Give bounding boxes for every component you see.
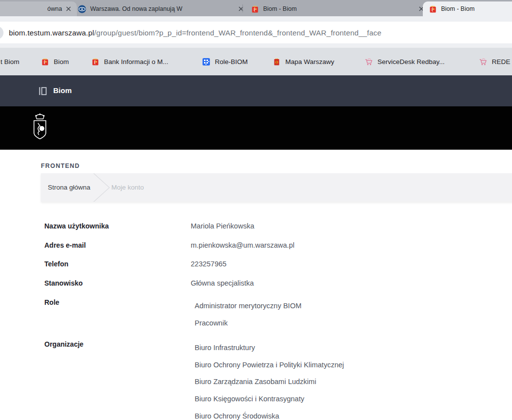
sidebar-toggle-icon[interactable] (39, 87, 47, 96)
warsaw-crest-icon (41, 58, 49, 66)
pink-cart-icon (365, 58, 373, 66)
red-map-crest-icon (273, 58, 281, 66)
tab-strip: ówna Warszawa. Od nowa zaplanują W Biom … (0, 0, 512, 16)
bookmark-label: t Biom (0, 58, 19, 65)
pink-cart-icon (479, 58, 487, 66)
url-domain: biom.testum.warszawa.pl (9, 29, 94, 37)
my-account-button[interactable]: MOJE KONTO (482, 227, 512, 246)
warsaw-logo-icon[interactable] (29, 112, 51, 144)
bookmarks-bar: t Biom Biom Bank Informacji o M... Role-… (0, 48, 512, 75)
blue-grid-icon (202, 58, 210, 66)
nav-item-polecane-www[interactable]: polecane www (288, 232, 337, 240)
field-label-roles: Role (44, 298, 59, 306)
address-bar[interactable]: biom.testum.warszawa.pl/group/guest/biom… (0, 22, 512, 43)
city-logo-label: Warszawa (52, 231, 88, 240)
organization-item: Biuro Infrastruktury (195, 344, 255, 352)
bookmark-label: ServiceDesk Redbay... (377, 58, 444, 65)
bookmark-label: Bank Informacji o M... (104, 58, 169, 65)
biom-logo: BIOM (95, 228, 132, 244)
breadcrumb-my-account: Moje konto (111, 184, 144, 191)
bookmark-label: REDE (492, 58, 511, 65)
organization-item: Biuro Księgowości i Kontrasygnaty (195, 395, 304, 403)
tvn-favicon-icon (78, 5, 86, 13)
biom-sub-line1: BANK INFORMACJI (130, 230, 175, 235)
tab-biom-inactive[interactable]: Biom - Biom (245, 1, 430, 16)
close-icon[interactable] (66, 6, 71, 11)
organization-item: Biuro Zarządzania Zasobami Ludzkimi (195, 378, 316, 386)
breadcrumb-home[interactable]: Strona główna (48, 184, 90, 191)
tab-strona-glowna[interactable]: ówna (0, 1, 77, 16)
person-icon (489, 231, 499, 242)
bookmark-role-biom[interactable]: Role-BIOM (202, 48, 248, 75)
chevron-right-icon (93, 173, 112, 202)
field-value-phone: 223257965 (191, 260, 227, 268)
field-value-email: m.pienkowska@um.warszawa.pl (191, 241, 295, 249)
field-label-email: Adres e-mail (44, 241, 86, 249)
my-account-button-label: MOJE KONTO (503, 233, 512, 240)
bookmark-label: Biom (54, 58, 69, 65)
admin-bar: Biom (0, 75, 512, 106)
bookmark-rede[interactable]: REDE (479, 48, 511, 75)
breadcrumb: Strona główna Moje konto (41, 173, 512, 202)
url-path: /group/guest/biom?p_p_id=frontend_WAR_fr… (94, 29, 381, 37)
tab-title: ówna (0, 5, 62, 12)
warsaw-crest-favicon-icon (429, 5, 437, 13)
admin-bar-title: Biom (53, 86, 72, 95)
nav-item-kontakt[interactable]: kontakt (363, 232, 388, 240)
field-label-position: Stanowisko (44, 279, 83, 287)
logout-button-label: WYLOGUJ (420, 233, 461, 240)
biom-logo-subtitle: BANK INFORMACJI O MIEŚCIE (130, 230, 175, 241)
url-text[interactable]: biom.testum.warszawa.pl/group/guest/biom… (9, 29, 381, 37)
nav-item-o-biom[interactable]: o BIOM (188, 232, 214, 240)
logout-button[interactable]: WYLOGUJ (407, 227, 475, 246)
nav-item-pomoc[interactable]: pomoc (240, 232, 263, 240)
role-item: Administrator merytoryczny BIOM (195, 302, 302, 310)
bookmark-t-biom[interactable]: t Biom (0, 48, 19, 75)
bookmark-biom[interactable]: Biom (41, 48, 69, 75)
bookmark-servicedesk[interactable]: ServiceDesk Redbay... (365, 48, 444, 75)
tab-title: Biom - Biom (263, 5, 415, 12)
organization-item: Biuro Ochrony Powietrza i Polityki Klima… (195, 361, 344, 369)
warsaw-crest-icon (91, 58, 100, 66)
biom-sub-line2: O MIEŚCIE (130, 236, 155, 241)
field-value-username: Mariola Pieńkowska (191, 222, 254, 230)
organization-item: Biuro Ochrony Środowiska (195, 412, 279, 420)
tab-biom-active[interactable]: Biom - Biom (423, 1, 512, 16)
site-header: Warszawa BIOM BANK INFORMACJI O MIEŚCIE … (0, 106, 512, 150)
role-item: Pracownik (195, 319, 228, 327)
bookmark-label: Role-BIOM (215, 58, 248, 65)
bookmark-mapa-warszawy[interactable]: Mapa Warszawy (273, 48, 334, 75)
tab-title: Biom - Biom (441, 5, 512, 12)
warsaw-crest-favicon-icon (251, 5, 259, 13)
browser-toolbar: biom.testum.warszawa.pl/group/guest/biom… (0, 16, 512, 48)
tab-warszawa-news[interactable]: Warszawa. Od nowa zaplanują W (72, 1, 249, 16)
bookmark-bank-informacji[interactable]: Bank Informacji o M... (91, 48, 169, 75)
field-value-position: Główna specjalistka (191, 279, 254, 287)
section-label: FRONTEND (41, 162, 80, 169)
browser-window: ówna Warszawa. Od nowa zaplanują W Biom … (0, 0, 512, 420)
field-label-phone: Telefon (44, 260, 68, 268)
tab-title: Warszawa. Od nowa zaplanują W (90, 5, 235, 12)
field-label-username: Nazwa użytkownika (44, 222, 109, 230)
field-label-organizations: Organizacje (44, 340, 83, 348)
bookmark-label: Mapa Warszawy (285, 58, 334, 65)
tab-separator (242, 4, 243, 12)
site-info-icon[interactable] (0, 26, 3, 39)
